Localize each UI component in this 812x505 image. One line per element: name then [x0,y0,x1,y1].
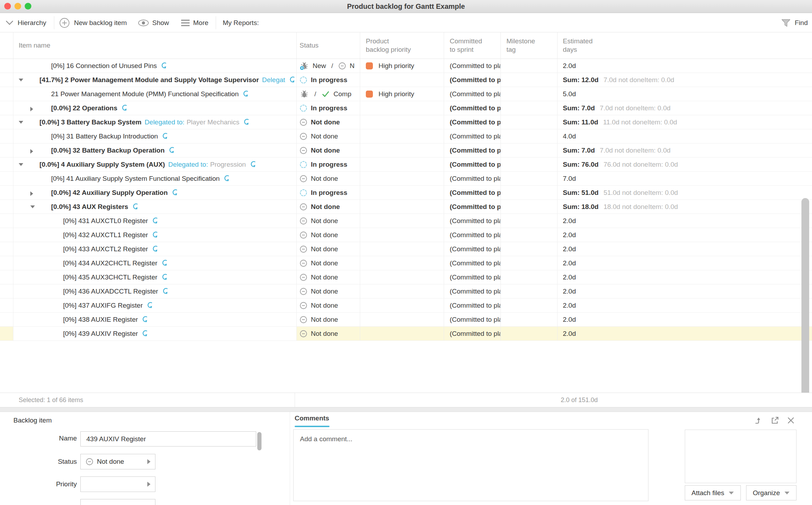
column-header-milestone[interactable]: Milestonetag [501,32,558,58]
more-button[interactable]: More [193,19,208,27]
bug-add-icon [300,61,309,70]
hierarchy-dropdown[interactable]: Hierarchy [18,19,46,27]
table-row[interactable]: [0%] 431 AUXCTL0 RegisterNot done(Commit… [0,214,812,228]
priority-color-icon [366,62,373,69]
status-cell: Not done [297,143,360,157]
priority-cell [360,158,444,171]
column-header-status[interactable]: Status [297,32,360,58]
committed-text: (Committed to plan [450,316,501,324]
table-row[interactable]: [0.0%] 3 Battery Backup SystemDelegated … [0,115,812,129]
table-row[interactable]: [0.0%] 4 Auxiliary Supply System (AUX)De… [0,158,812,172]
table-row[interactable]: [0%] 434 AUX2CHCTL RegisterNot done(Comm… [0,256,812,270]
table-header: Item name Status Productbacklog priority… [0,32,812,59]
table-row[interactable]: [41.7%] 2 Power Management Module and Su… [0,73,812,87]
table-row[interactable]: [0%] 31 Battery Backup IntroductionNot d… [0,129,812,143]
row-gutter [0,101,13,115]
attachments-area[interactable] [685,430,796,483]
table-row[interactable]: [0%] 432 AUXCTL1 RegisterNot done(Commit… [0,228,812,242]
find-button[interactable]: Find [795,19,808,27]
column-header-item-name[interactable]: Item name [13,32,297,58]
expand-open-arrow[interactable] [30,205,35,209]
organize-label: Organize [753,489,780,497]
item-name-cell: [0%] 438 AUXIE Register [13,313,297,326]
estimated-main: Sum: 18.0d [563,203,598,211]
status-dropdown[interactable]: Not done [80,454,155,469]
workflow-arrow-icon [161,132,169,140]
attach-files-button[interactable]: Attach files [685,485,741,500]
organize-button[interactable]: Organize [746,485,796,500]
workflow-arrow-icon [249,160,257,168]
expand-open-arrow[interactable] [18,78,24,82]
name-input[interactable] [80,431,256,447]
item-name: [0.0%] 4 Auxiliary Supply System (AUX) [39,161,165,168]
panel-separator[interactable] [0,407,812,412]
workflow-arrow-icon [223,174,230,183]
show-button[interactable]: Show [152,19,169,27]
table-row[interactable]: [0%] 439 AUXIV RegisterNot done(Committe… [0,327,812,341]
estimated-main: 2.0d [563,288,576,295]
open-in-window-icon[interactable] [770,416,780,425]
table-row[interactable]: [0%] 438 AUXIE RegisterNot done(Committe… [0,313,812,327]
delegated-label: Delegated to: [144,118,184,126]
delegated-value: Progression [210,161,246,168]
vertical-scrollbar[interactable] [801,198,809,421]
table-row[interactable]: [0.0%] 32 Battery Backup OperationNot do… [0,143,812,158]
priority-cell [360,129,444,143]
table-row[interactable]: [0%] 435 AUX3CHCTL RegisterNot done(Comm… [0,270,812,284]
table-row[interactable]: [0.0%] 43 AUX RegistersNot done(Committe… [0,200,812,214]
tab-comments[interactable]: Comments [295,414,329,422]
estimated-main: 2.0d [563,302,576,309]
chevron-down-icon[interactable] [6,20,13,25]
committed-cell: (Committed to plan [444,313,501,326]
not-done-icon [300,245,307,253]
not-done-icon [300,203,307,211]
table-row[interactable]: [0%] 436 AUXADCCTL RegisterNot done(Comm… [0,284,812,298]
column-header-estimated[interactable]: Estimateddays [558,32,812,58]
close-icon[interactable] [786,416,795,425]
estimated-cell: 2.0d [558,59,812,73]
table-row[interactable]: [0%] 16 Connection of Unused PinsNew/NHi… [0,59,812,73]
item-name: [0.0%] 42 Auxiliary Supply Operation [51,189,168,197]
column-header-committed[interactable]: Committedto sprint [444,32,501,58]
expand-open-arrow[interactable] [18,121,24,124]
item-name-cell: [0%] 41 Auxiliary Supply System Function… [13,172,297,185]
expand-closed-arrow[interactable] [30,149,33,154]
priority-dropdown[interactable] [80,476,155,492]
eye-icon[interactable] [137,19,149,27]
next-field-partial[interactable] [80,499,155,505]
milestone-cell [501,214,558,228]
funnel-icon[interactable] [781,18,791,28]
estimated-main: Sum: 7.0d [563,104,595,112]
status-text: N [350,62,355,70]
status-text: Not done [311,203,340,211]
new-backlog-item-button[interactable]: New backlog item [74,19,127,27]
committed-text: (Committed to plan [450,231,501,239]
plus-circle-icon[interactable] [59,18,70,28]
workflow-arrow-icon [131,203,139,211]
estimated-main: 2.0d [563,231,576,239]
move-to-row-icon[interactable] [754,416,763,425]
milestone-cell [501,158,558,171]
table-row[interactable]: [0.0%] 22 OperationsIn progress(Committe… [0,101,812,115]
status-field-label: Status [0,458,77,466]
expand-closed-arrow[interactable] [30,191,33,196]
expand-open-arrow[interactable] [18,163,24,166]
committed-cell: (Committed to plan [444,59,501,73]
committed-text: (Committed to plan [450,245,501,253]
estimated-cell: 4.0d [558,129,812,143]
expand-closed-arrow[interactable] [30,106,33,112]
column-header-priority[interactable]: Productbacklog priority [360,32,444,58]
table-row[interactable]: [0.0%] 42 Auxiliary Supply OperationIn p… [0,186,812,200]
table-row[interactable]: [0%] 437 AUXIFG RegisterNot done(Committ… [0,298,812,313]
item-name-cell: [0.0%] 43 AUX Registers [13,200,297,214]
status-cell: Not done [297,327,360,340]
detail-scrollbar[interactable] [257,432,262,450]
menu-lines-icon[interactable] [180,19,191,27]
table-row[interactable]: 21 Power Management Module (PMM) Functio… [0,87,812,101]
item-name: [0%] 433 AUXCTL2 Register [63,245,148,253]
table-row[interactable]: [0%] 41 Auxiliary Supply System Function… [0,172,812,186]
table-row[interactable]: [0%] 433 AUXCTL2 RegisterNot done(Commit… [0,242,812,256]
estimated-main: Sum: 51.0d [563,189,598,197]
comment-input[interactable] [293,429,648,501]
my-reports-label[interactable]: My Reports: [223,19,259,27]
